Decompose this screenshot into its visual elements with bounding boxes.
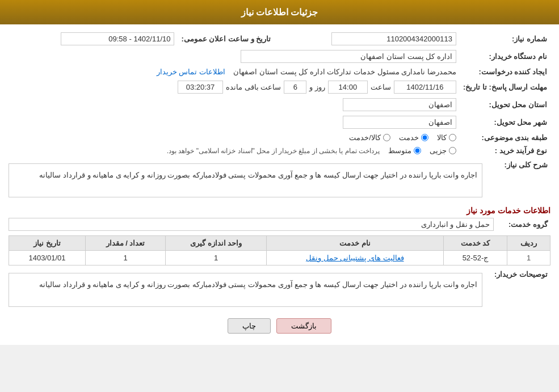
cell-tedad: 1 [85, 251, 165, 265]
mohlat-remaining: 03:20:37 [178, 81, 223, 94]
tabaqe-options: کالا خدمت کالا/خدمت [9, 131, 460, 144]
tarikh-elan-value: 1402/11/10 - 09:58 [9, 30, 178, 48]
tabaqe-khadamat-radio[interactable] [421, 134, 428, 141]
col-name: نام خدمت [267, 236, 443, 251]
grooh-khadamat-label: گروه خدمت: [494, 220, 550, 229]
farayand-jazii[interactable]: جزیی [430, 146, 456, 155]
cell-tarikh: 1403/01/01 [9, 251, 86, 265]
services-section-title: اطلاعات خدمات مورد نیاز [9, 206, 550, 215]
grooh-khadamat-value: حمل و نقل و انبارداری [9, 218, 494, 231]
farayand-motavas[interactable]: متوسط [388, 146, 421, 155]
farayand-motavas-label: متوسط [388, 146, 411, 155]
farayand-jazii-radio[interactable] [449, 147, 456, 154]
tabaqe-kala[interactable]: کالا [437, 133, 456, 142]
tosifat-label: توصیحات خریدار: [482, 270, 550, 279]
col-kod: کد خدمت [443, 236, 507, 251]
mohlat-remaining-label: ساعت باقی مانده [226, 83, 281, 91]
ostan-tahvil-box: اصفهان [343, 98, 456, 111]
tabaqe-kala-khadamat-label: کالا/خدمت [349, 133, 381, 142]
tabaqe-label: طبقه بندی موضوعی: [460, 131, 550, 144]
ejad-konande-label: ایجاد کننده درخواست: [460, 65, 550, 78]
print-button[interactable]: چاپ [228, 318, 271, 334]
mohlat-days: 6 [284, 81, 306, 94]
ostan-tahvil-label: استان محل تحویل: [460, 96, 550, 113]
mohlat-row: 1402/11/16 ساعت 14:00 روز و 6 ساعت باقی … [9, 78, 460, 96]
mohlat-time: 14:00 [328, 81, 368, 94]
tarikh-elan-label: تاریخ و ساعت اعلان عمومی: [178, 30, 274, 48]
farayand-motavas-radio[interactable] [414, 147, 421, 154]
cell-name[interactable]: فعالیت های پشتیبانی حمل ونقل [267, 251, 443, 265]
ejad-konande-value: محمدرضا نامداری مسئول خدمات تدارکات ادار… [9, 65, 460, 78]
shomara-niaz-box: 1102004342000113 [331, 32, 456, 45]
nam-dastgah-label: نام دستگاه خریدار: [460, 48, 550, 65]
tabaqe-kala-radio[interactable] [449, 134, 456, 141]
cell-radif: 1 [507, 251, 550, 265]
mohlat-time-label: ساعت [371, 83, 391, 91]
col-radif: ردیف [507, 236, 550, 251]
sharh-label: شرح کلی نیاز: [482, 161, 550, 169]
col-tarikh: تاریخ نیاز [9, 236, 86, 251]
shahr-tahvil-label: شهر محل تحویل: [460, 113, 550, 131]
nooe-farayand-label: نوع فرآیند خرید : [460, 144, 550, 157]
col-tedad: تعداد / مقدار [85, 236, 165, 251]
cell-kod: ج-52-52 [443, 251, 507, 265]
col-vahed: واحد اندازه گیری [166, 236, 267, 251]
nam-dastgah-box: اداره کل پست استان اصفهان [241, 50, 456, 63]
mohlat-days-label: روز و [309, 83, 325, 91]
sharh-value: اجاره وانت بارپا راننده در اختیار جهت ار… [9, 163, 482, 197]
shomara-niaz-value: 1102004342000113 [274, 30, 460, 48]
buttons-row: بازگشت چاپ [9, 318, 550, 334]
tabaqe-khadamat[interactable]: خدمت [399, 133, 428, 142]
tarikh-elan-box: 1402/11/10 - 09:58 [61, 32, 174, 45]
services-table: ردیف کد خدمت نام خدمت واحد اندازه گیری ت… [9, 235, 550, 265]
farayand-note: پرداخت تمام یا بخشی از مبلغ خریدار از مح… [167, 147, 380, 155]
mohlat-date: 1402/11/16 [394, 81, 456, 94]
tosifat-value: اجاره وانت بارپا راننده در اختیار جهت ار… [9, 273, 482, 307]
nooe-farayand-row: جزیی متوسط پرداخت تمام یا بخشی از مبلغ خ… [9, 144, 460, 157]
shahr-tahvil-value: اصفهان [9, 113, 460, 131]
ostan-tahvil-value: اصفهان [9, 96, 460, 113]
nam-dastgah-value: اداره کل پست استان اصفهان [9, 48, 460, 65]
mohlat-label: مهلت ارسال پاسخ: تا تاریخ: [460, 78, 550, 96]
ejad-konande-text: محمدرضا نامداری مسئول خدمات تدارکات ادار… [233, 68, 456, 76]
page-title: جزئیات اطلاعات نیاز [241, 7, 318, 17]
ejad-konande-link[interactable]: اطلاعات تماس خریدار [157, 68, 225, 76]
shahr-tahvil-box: اصفهان [343, 116, 456, 129]
farayand-jazii-label: جزیی [430, 146, 447, 155]
table-row: 1 ج-52-52 فعالیت های پشتیبانی حمل ونقل 1… [9, 251, 550, 265]
tabaqe-kala-label: کالا [437, 133, 447, 142]
page-header: جزئیات اطلاعات نیاز [0, 0, 559, 24]
back-button[interactable]: بازگشت [276, 318, 331, 334]
shomara-niaz-label: شماره نیاز: [460, 30, 550, 48]
tabaqe-kala-khadamat[interactable]: کالا/خدمت [349, 133, 390, 142]
cell-vahed: 1 [166, 251, 267, 265]
tabaqe-khadamat-label: خدمت [399, 133, 419, 142]
tabaqe-kala-khadamat-radio[interactable] [383, 134, 390, 141]
